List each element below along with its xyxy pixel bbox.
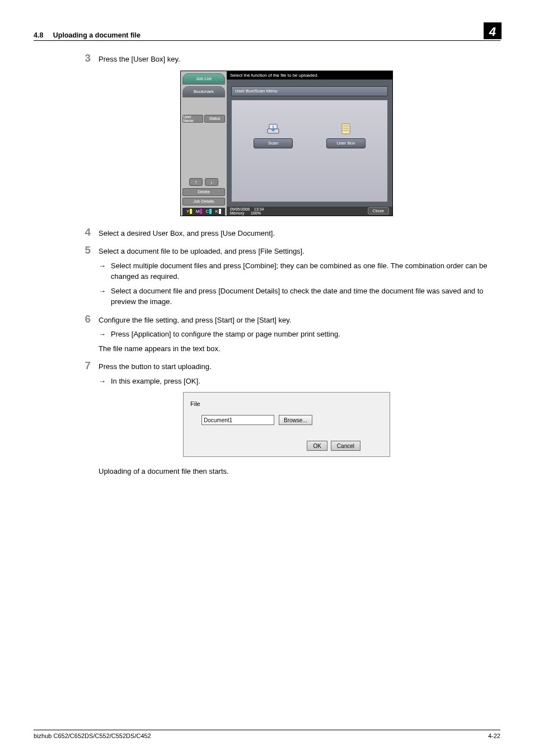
status-time: 13:34 [254, 207, 264, 211]
file-name-input[interactable] [202, 415, 274, 425]
step-text: Select a desired User Box, and press [Us… [99, 228, 495, 239]
status-memory-pct: 100% [251, 211, 261, 215]
device-right-panel: Select the function of the file to be up… [227, 71, 392, 216]
browse-button[interactable]: Browse... [279, 415, 312, 425]
arrow-icon: → [99, 329, 111, 340]
step-number: 7 [78, 360, 99, 372]
up-button[interactable]: ↑ [189, 178, 203, 186]
scan-button[interactable]: Scan [254, 138, 293, 148]
step-7: 7 Press the button to start uploading. →… [78, 360, 495, 386]
step-text: Select a document file to be uploaded, a… [99, 246, 495, 257]
sub-step-text: Select a document file and press [Docume… [111, 286, 495, 307]
ok-button[interactable]: OK [307, 441, 327, 451]
magenta-toner-icon [200, 209, 202, 214]
close-button[interactable]: Close [368, 207, 389, 214]
section-heading: 4.8 Uploading a document file [34, 31, 140, 39]
content-area: 3 Press the [User Box] key. Job List Boo… [34, 41, 500, 475]
svg-rect-4 [343, 128, 349, 129]
delete-button[interactable]: Delete [182, 188, 225, 196]
yellow-toner-icon [190, 209, 192, 214]
status-date: 09/05/2008 [230, 207, 250, 211]
cyan-toner-icon [209, 209, 212, 214]
user-name-chip[interactable]: User Name [182, 115, 203, 123]
job-details-button[interactable]: Job Details [182, 198, 225, 206]
status-chip[interactable]: Status [204, 115, 225, 123]
arrow-icon: → [99, 376, 111, 387]
device-screenshot: Job List Bookmark User Name Status ↑ ↓ D… [180, 71, 393, 216]
black-toner-icon [219, 209, 221, 214]
device-left-panel: Job List Bookmark User Name Status ↑ ↓ D… [181, 71, 227, 216]
sub-step-text: Select multiple document files and press… [111, 260, 495, 282]
userbox-icon [339, 123, 353, 135]
step-3: 3 Press the [User Box] key. [78, 52, 495, 65]
status-memory-label: Memory [230, 211, 244, 215]
toner-indicator: Y M C K [182, 208, 225, 216]
file-label: File [190, 400, 383, 407]
chapter-tab: 4 [484, 22, 502, 39]
arrow-icon: → [99, 260, 111, 272]
bookmark-tab[interactable]: Bookmark [182, 86, 225, 97]
step-number: 3 [78, 52, 99, 64]
job-list-tab[interactable]: Job List [182, 73, 225, 85]
step-5: 5 Select a document file to be uploaded,… [78, 244, 495, 307]
page-header: 4.8 Uploading a document file 4 [34, 22, 500, 41]
device-status-bar: 09/05/2008 13:34 Memory 100% Close [227, 207, 392, 216]
step-number: 5 [78, 244, 99, 256]
svg-rect-5 [343, 130, 349, 131]
step-number: 6 [78, 313, 99, 325]
step-text: Press the button to start uploading. [99, 361, 495, 372]
svg-rect-3 [343, 125, 349, 127]
step-6: 6 Configure the file setting, and press … [78, 313, 495, 354]
device-body: Scan User Box [231, 100, 388, 202]
sub-step-text: Press [Application] to configure the sta… [111, 329, 495, 340]
footer-model: bizhub C652/C652DS/C552/C552DS/C452 [34, 732, 151, 739]
page-footer: bizhub C652/C652DS/C552/C552DS/C452 4-22 [34, 730, 500, 739]
user-box-button[interactable]: User Box [326, 138, 366, 148]
down-button[interactable]: ↓ [205, 178, 218, 186]
step-note: The file name appears in the text box. [99, 343, 495, 354]
prompt-bar: Select the function of the file to be up… [227, 71, 392, 80]
step-4: 4 Select a desired User Box, and press [… [78, 226, 495, 239]
menu-bar: User Box/Scan Menu [231, 86, 388, 96]
section-title: Uploading a document file [53, 31, 140, 39]
scan-icon [266, 123, 280, 135]
sub-step-text: In this example, press [OK]. [111, 376, 495, 387]
arrow-icon: → [99, 286, 111, 297]
cancel-button[interactable]: Cancel [331, 441, 360, 451]
post-dialog-text: Uploading of a document file then starts… [78, 467, 495, 475]
section-number: 4.8 [34, 31, 43, 39]
footer-page: 4-22 [488, 732, 500, 739]
step-text: Press the [User Box] key. [99, 54, 495, 65]
step-text: Configure the file setting, and press [S… [99, 315, 495, 326]
file-dialog-screenshot: File Browse... OK Cancel [183, 392, 390, 457]
step-number: 4 [78, 226, 99, 239]
